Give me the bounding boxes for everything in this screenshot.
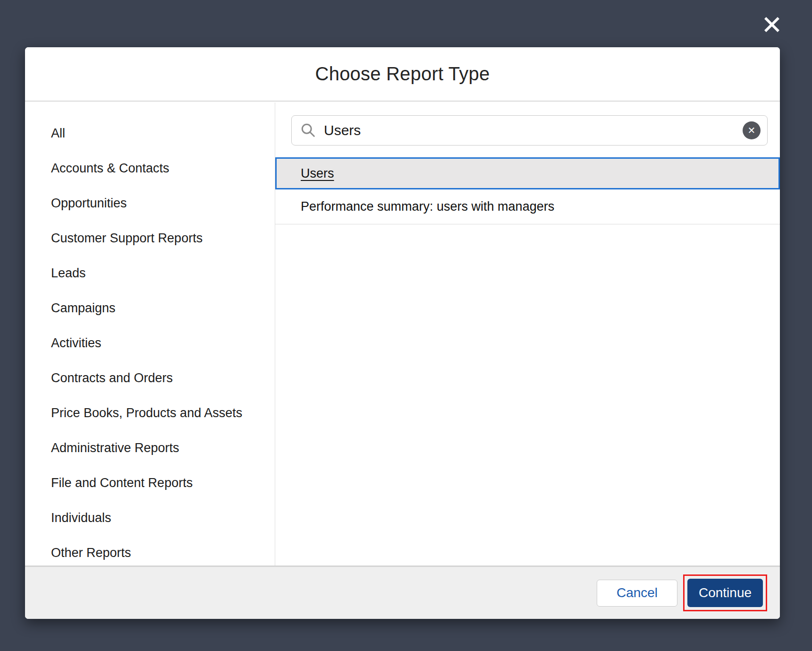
close-icon [762,15,781,34]
report-type-panel: ✕ UsersPerformance summary: users with m… [275,103,780,565]
sidebar-item-activities[interactable]: Activities [25,326,275,360]
dialog-body: AllAccounts & ContactsOpportunitiesCusto… [25,103,780,565]
sidebar-item-file-and-content-reports[interactable]: File and Content Reports [25,465,275,500]
continue-button[interactable]: Continue [687,579,763,607]
sidebar-item-campaigns[interactable]: Campaigns [25,291,275,326]
sidebar-item-customer-support-reports[interactable]: Customer Support Reports [25,221,275,256]
dialog-header: Choose Report Type [25,47,780,102]
annotation-highlight: Continue [683,574,767,611]
dialog-footer: Cancel Continue [25,565,780,619]
result-row-performance-summary-users-with-managers[interactable]: Performance summary: users with managers [275,189,780,224]
choose-report-type-dialog: Choose Report Type AllAccounts & Contact… [25,47,780,619]
sidebar-item-leads[interactable]: Leads [25,256,275,291]
result-row-label: Users [301,166,334,181]
sidebar-item-accounts-contacts[interactable]: Accounts & Contacts [25,151,275,186]
sidebar-item-contracts-and-orders[interactable]: Contracts and Orders [25,360,275,395]
sidebar-item-price-books-products-and-assets[interactable]: Price Books, Products and Assets [25,395,275,430]
sidebar-item-other-reports[interactable]: Other Reports [25,535,275,565]
report-type-category-list: AllAccounts & ContactsOpportunitiesCusto… [25,103,275,565]
sidebar-item-all[interactable]: All [25,116,275,151]
search-box: ✕ [291,115,768,146]
sidebar-item-opportunities[interactable]: Opportunities [25,186,275,221]
result-row-label: Performance summary: users with managers [301,199,554,214]
modal-close-button[interactable] [761,13,783,36]
search-input[interactable] [316,116,743,145]
clear-search-button[interactable]: ✕ [743,121,761,139]
result-row-users[interactable]: Users [275,157,780,189]
report-type-results: UsersPerformance summary: users with man… [275,157,780,224]
clear-icon: ✕ [748,126,756,135]
cancel-button[interactable]: Cancel [597,580,677,607]
sidebar-item-administrative-reports[interactable]: Administrative Reports [25,430,275,465]
search-icon [300,122,316,138]
sidebar-item-individuals[interactable]: Individuals [25,500,275,535]
dialog-title: Choose Report Type [315,63,490,85]
